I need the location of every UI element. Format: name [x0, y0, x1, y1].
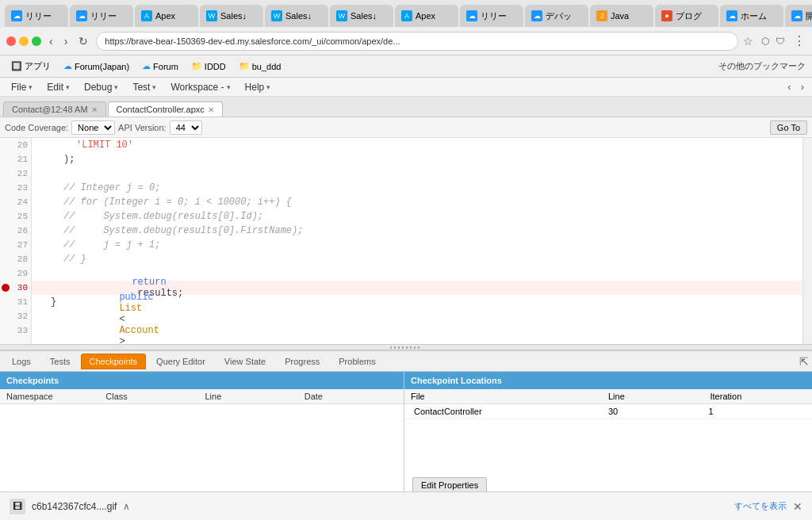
traffic-light-yellow[interactable] [19, 36, 29, 46]
tab-view-state[interactable]: View State [216, 354, 274, 369]
tab-problems[interactable]: Problems [330, 354, 384, 369]
tab-progress[interactable]: Progress [276, 354, 328, 369]
panel-expand-button[interactable]: ⇱ [799, 355, 809, 368]
refresh-button[interactable]: ↻ [75, 33, 91, 49]
code-coverage-label: Code Coverage: [5, 123, 68, 132]
resize-grip-icon [390, 346, 422, 349]
tab-favicon-11: ● [661, 10, 672, 21]
tab-logs[interactable]: Logs [3, 354, 40, 369]
menu-help[interactable]: Help ▾ [239, 80, 278, 94]
resize-handle[interactable] [0, 344, 812, 350]
traffic-light-green[interactable] [32, 36, 41, 46]
file-tab-controller[interactable]: ContactController.apxc ✕ [108, 101, 223, 117]
download-bar-right: すべてを表示 ✕ [734, 500, 802, 513]
line-num-28: 28 [0, 252, 31, 266]
browser-tab-9[interactable]: ☁ デバッ [525, 5, 588, 27]
tab-favicon-3: A [141, 10, 152, 21]
code-content[interactable]: 'LIMIT 10' ); // Integer j = 0; // for (… [32, 138, 802, 344]
tab-favicon-5: W [271, 10, 282, 21]
bookmark-forum-japan[interactable]: ☁ Forum(Japan) [59, 59, 134, 73]
tab-tests[interactable]: Tests [41, 354, 79, 369]
download-expand-icon[interactable]: ∧ [123, 501, 130, 512]
code-line-33[interactable]: public List < Account > getAccountsAndCo… [32, 323, 802, 338]
browser-tab-11[interactable]: ● ブログ [655, 5, 718, 27]
tab-favicon-13: ☁ [791, 10, 802, 21]
menu-workspace[interactable]: Workspace - ▾ [164, 80, 236, 94]
menu-forward-button[interactable]: › [798, 79, 807, 94]
code-line-27[interactable]: // j = j + 1; [32, 238, 802, 252]
checkpoint-locations-col-headers: File Line Iteration [404, 389, 812, 404]
forward-button[interactable]: › [61, 33, 71, 49]
bookmark-star-icon[interactable]: ☆ [743, 35, 753, 48]
bottom-tabs-bar: Logs Tests Checkpoints Query Editor View… [0, 351, 812, 372]
extensions-icon[interactable]: ⬡ [761, 36, 769, 47]
browser-tab-13[interactable]: ☁ 開発者 [785, 5, 812, 27]
breakpoint-indicator [2, 284, 10, 292]
tab-checkpoints[interactable]: Checkpoints [81, 354, 147, 369]
menu-test[interactable]: Test ▾ [126, 80, 163, 94]
sf-icon-forum-japan: ☁ [63, 61, 72, 71]
checkpoint-locations-panel: Checkpoint Locations File Line Iteration… [404, 372, 812, 501]
download-bar-close[interactable]: ✕ [793, 500, 802, 513]
browser-tab-1[interactable]: ☁ リリー [5, 5, 68, 27]
other-bookmarks[interactable]: その他のブックマーク [718, 60, 806, 72]
file-tab-controller-close[interactable]: ✕ [208, 105, 214, 114]
options-bar: Code Coverage: None API Version: 44 Go T… [0, 117, 812, 138]
menu-debug[interactable]: Debug ▾ [78, 80, 124, 94]
browser-tab-4[interactable]: W Sales↓ [200, 5, 263, 27]
address-bar[interactable]: https://brave-bear-150369-dev-ed.my.sale… [96, 32, 738, 51]
file-tab-contact[interactable]: Contact@12:48 AM ✕ [3, 101, 106, 117]
browser-tab-7[interactable]: A Apex [395, 5, 458, 27]
file-tab-contact-close[interactable]: ✕ [91, 105, 98, 114]
code-line-25[interactable]: // System.debug(results[0].Id); [32, 209, 802, 224]
tab-favicon-7: A [401, 10, 412, 21]
tab-query-editor[interactable]: Query Editor [147, 354, 214, 369]
code-coverage-select[interactable]: None [71, 120, 115, 135]
menu-back-button[interactable]: ‹ [784, 79, 794, 94]
menu-file[interactable]: File ▾ [5, 80, 39, 94]
go-to-button[interactable]: Go To [770, 120, 807, 135]
api-version-select[interactable]: 44 [170, 120, 202, 135]
edit-properties-button[interactable]: Edit Properties [412, 477, 487, 493]
browser-tab-12[interactable]: ☁ ホーム [720, 5, 783, 27]
back-button[interactable]: ‹ [46, 33, 56, 49]
folder-icon-iddd: 📁 [191, 61, 202, 71]
code-line-26[interactable]: // System.debug(results[0].FirstName); [32, 224, 802, 238]
browser-tab-10[interactable]: J Java [590, 5, 653, 27]
download-file-icon: 🎞 [10, 499, 25, 514]
bookmark-iddd[interactable]: 📁 IDDD [186, 59, 231, 73]
line-numbers: 20 21 22 23 24 25 26 27 28 29 30 31 32 3… [0, 138, 32, 344]
cp-row-1[interactable]: ContactController 30 1 [404, 404, 812, 419]
line-num-21: 21 [0, 152, 31, 166]
code-line-28[interactable]: // } [32, 252, 802, 266]
checkpoints-list-panel: Checkpoints Namespace Class Line Date [0, 372, 404, 501]
show-all-downloads[interactable]: すべてを表示 [734, 500, 787, 512]
bottom-content: Checkpoints Namespace Class Line Date Ch… [0, 372, 812, 501]
menu-workspace-arrow: ▾ [227, 83, 231, 91]
code-line-20[interactable]: 'LIMIT 10' [32, 138, 802, 152]
bookmark-forum[interactable]: ☁ Forum [137, 59, 183, 73]
bookmark-bu-ddd[interactable]: 📁 bu_ddd [234, 59, 286, 73]
browser-tab-3[interactable]: A Apex [135, 5, 198, 27]
line-num-32: 32 [0, 309, 31, 323]
bookmark-apps[interactable]: 🔲 アプリ [6, 59, 56, 74]
cp-iteration-1: 1 [706, 406, 806, 417]
browser-tab-8[interactable]: ☁ リリー [460, 5, 523, 27]
code-line-22[interactable] [32, 166, 802, 181]
menu-debug-arrow: ▾ [114, 83, 118, 91]
code-scrollbar[interactable] [802, 138, 812, 344]
sf-icon-forum: ☁ [142, 61, 151, 71]
menu-edit[interactable]: Edit ▾ [40, 80, 76, 94]
code-line-21[interactable]: ); [32, 152, 802, 166]
traffic-light-red[interactable] [6, 36, 16, 46]
browser-tab-6[interactable]: W Sales↓ [330, 5, 393, 27]
browser-tab-5[interactable]: W Sales↓ [265, 5, 328, 27]
tab-favicon-12: ☁ [726, 10, 737, 21]
tab-favicon-6: W [336, 10, 347, 21]
expand-icon: ⇱ [799, 355, 809, 368]
cp-line-1: 30 [605, 406, 706, 417]
browser-tab-2[interactable]: ☁ リリー [70, 5, 133, 27]
more-options-icon[interactable]: ⋮ [793, 33, 806, 48]
code-line-23[interactable]: // Integer j = 0; [32, 181, 802, 195]
code-line-24[interactable]: // for (Integer i = 0; i < 10000; i++) { [32, 195, 802, 209]
